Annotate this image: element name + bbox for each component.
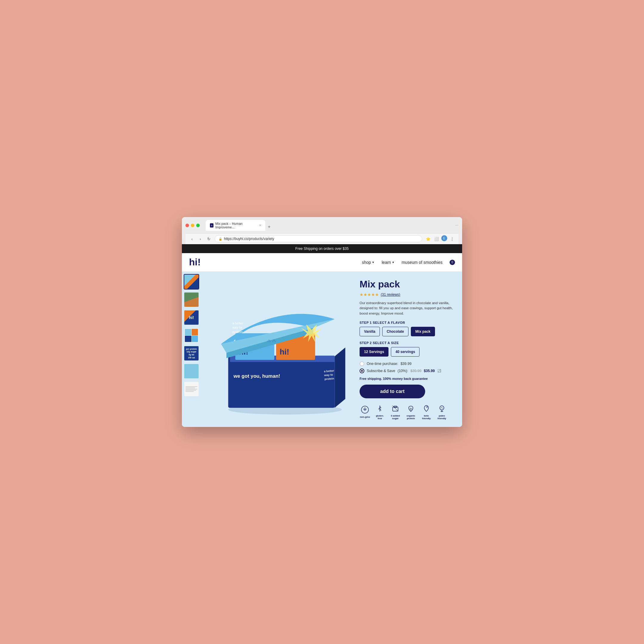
size-40-button[interactable]: 40 servings	[391, 347, 419, 357]
window-controls: ⋯	[455, 224, 459, 227]
product-title: Mix pack	[360, 279, 455, 290]
close-window-button[interactable]	[185, 224, 189, 227]
free-shipping-text: Free shipping. 100% money back guarantee	[360, 377, 455, 380]
reviews-row: ★★★★★ (31 reviews)	[360, 292, 455, 297]
lock-icon: 🔒	[219, 237, 222, 241]
subscribe-discount: (10%):	[397, 369, 408, 373]
thumbnail-1[interactable]	[184, 274, 199, 290]
one-time-price: $39.99	[400, 362, 411, 366]
address-bar[interactable]: 🔒 https://buyhi.co/products/variety	[215, 235, 422, 242]
cart-count[interactable]: 0	[450, 260, 455, 265]
site-logo[interactable]: hi!	[189, 257, 201, 268]
learn-chevron-icon: ▼	[392, 261, 394, 264]
gluten-free-label: gluten-free	[374, 414, 386, 420]
new-tab-button[interactable]: +	[265, 223, 273, 231]
step2-label: STEP 2 Select a Size	[360, 341, 455, 345]
product-image-area: hi! hi! ∩ ∩ a better	[201, 272, 355, 427]
nav-museum[interactable]: museum of smoothies	[402, 260, 442, 265]
gluten-free-icon	[374, 403, 385, 414]
review-count[interactable]: (31 reviews)	[381, 292, 400, 297]
announcement-text: Free Shipping on orders over $35	[295, 247, 349, 251]
thumbnail-7[interactable]	[184, 381, 199, 397]
no-sugar-icon	[390, 403, 401, 414]
flavor-vanilla-button[interactable]: Vanilla	[360, 327, 380, 336]
paleo-friendly-icon	[436, 403, 447, 414]
svg-text:∩  ∩: ∩ ∩	[267, 338, 276, 343]
svg-marker-2	[335, 348, 345, 408]
one-time-radio[interactable]	[360, 361, 364, 366]
thumbnail-5[interactable]: per protein12g sugar0g fat150 cal	[184, 346, 199, 361]
star-rating: ★★★★★	[360, 292, 379, 297]
site-header: hi! shop ▼ learn ▼ museum of smoothies 0	[182, 253, 462, 272]
purchase-options: One-time purchase: $39.99 Subscribe & Sa…	[360, 361, 455, 373]
nav-shop[interactable]: shop ▼	[362, 260, 374, 265]
flavor-chocolate-button[interactable]: Chocolate	[382, 327, 408, 336]
tab-close-button[interactable]: ×	[259, 223, 261, 227]
svg-text:protein: protein	[324, 377, 334, 381]
subscribe-radio[interactable]	[360, 369, 364, 373]
tab-title: Mix pack – Human Improveme…	[215, 222, 257, 229]
flavor-mixpack-button[interactable]: Mix pack	[411, 327, 435, 336]
badge-organic-protein: organic protein	[405, 403, 417, 420]
announcement-bar: Free Shipping on orders over $35	[182, 244, 462, 253]
refresh-icon: 🔄	[437, 369, 441, 373]
forward-button[interactable]: ›	[197, 235, 204, 242]
paleo-friendly-label: paleo friendly	[436, 414, 448, 420]
thumbnail-4[interactable]	[184, 328, 199, 343]
profile-icon[interactable]: E	[441, 235, 447, 241]
badges-row: non-gmo gluten-free	[360, 403, 455, 420]
traffic-lights	[185, 224, 200, 227]
subscribe-label: Subscribe & Save	[367, 369, 395, 373]
thumbnail-6[interactable]	[184, 363, 199, 379]
organic-protein-label: organic protein	[405, 414, 417, 420]
svg-point-20	[426, 406, 428, 408]
svg-text:protein: protein	[233, 330, 243, 334]
subscribe-discounted-price: $35.99	[424, 369, 435, 373]
main-content: hi! per protein12g sugar0g fat150 cal	[182, 272, 462, 427]
organic-protein-icon	[405, 403, 416, 414]
svg-text:we got you, human!: we got you, human!	[233, 373, 280, 379]
one-time-purchase-option[interactable]: One-time purchase: $39.99	[360, 361, 455, 366]
non-gmo-label: non-gmo	[360, 416, 370, 418]
shop-chevron-icon: ▼	[372, 261, 374, 264]
size-12-button[interactable]: 12 Servings	[360, 347, 388, 357]
window-icon[interactable]: ⬜	[433, 235, 440, 242]
svg-text:a better: a better	[233, 322, 244, 325]
keto-friendly-label: keto friendly	[420, 414, 432, 420]
minimize-window-button[interactable]	[191, 224, 194, 227]
badge-gluten-free: gluten-free	[374, 403, 386, 420]
page-content: Free Shipping on orders over $35 hi! sho…	[182, 244, 462, 427]
no-sugar-label: 0 added sugar	[389, 414, 401, 420]
keto-friendly-icon	[421, 403, 432, 414]
thumbnail-2[interactable]	[184, 292, 199, 307]
browser-chrome: h Mix pack – Human Improveme… × + ⋯ ‹ › …	[182, 217, 462, 244]
back-button[interactable]: ‹	[188, 235, 196, 242]
flavor-buttons: Vanilla Chocolate Mix pack	[360, 327, 455, 336]
thumbnail-3[interactable]: hi!	[184, 310, 199, 325]
svg-text:way to: way to	[324, 373, 333, 377]
browser-tab-active[interactable]: h Mix pack – Human Improveme… ×	[206, 220, 265, 231]
reload-button[interactable]: ↻	[205, 235, 212, 242]
toolbar-actions: ⭐ ⬜ E ⋮	[425, 235, 456, 242]
product-info-panel: Mix pack ★★★★★ (31 reviews) Our extraord…	[355, 272, 462, 427]
product-description: Our extraordinary superfood blend in cho…	[360, 301, 455, 316]
site-nav: shop ▼ learn ▼ museum of smoothies 0	[362, 260, 455, 265]
menu-icon[interactable]: ⋮	[448, 235, 456, 242]
add-to-cart-button[interactable]: add to cart	[360, 385, 425, 398]
nav-learn[interactable]: learn ▼	[382, 260, 394, 265]
product-image-svg: hi! hi! ∩ ∩ a better	[207, 278, 349, 421]
thumbnail-sidebar: hi! per protein12g sugar0g fat150 cal	[182, 272, 201, 427]
browser-toolbar: ‹ › ↻ 🔒 https://buyhi.co/products/variet…	[185, 233, 459, 244]
non-gmo-icon	[360, 404, 370, 415]
badge-keto-friendly: keto friendly	[420, 403, 432, 420]
bookmark-icon[interactable]: ⭐	[425, 235, 432, 242]
fullscreen-window-button[interactable]	[196, 224, 200, 227]
svg-rect-1	[228, 356, 335, 408]
subscribe-purchase-option[interactable]: Subscribe & Save (10%): $39.99 $35.99 🔄	[360, 369, 455, 373]
step1-label: STEP 1 Select a Flavor	[360, 321, 455, 324]
tab-favicon: h	[210, 223, 213, 227]
browser-window: h Mix pack – Human Improveme… × + ⋯ ‹ › …	[182, 217, 462, 427]
cart-icon-wrapper[interactable]: 0	[450, 260, 455, 265]
badge-no-sugar: 0 added sugar	[389, 403, 401, 420]
browser-nav-buttons: ‹ › ↻	[188, 235, 212, 242]
